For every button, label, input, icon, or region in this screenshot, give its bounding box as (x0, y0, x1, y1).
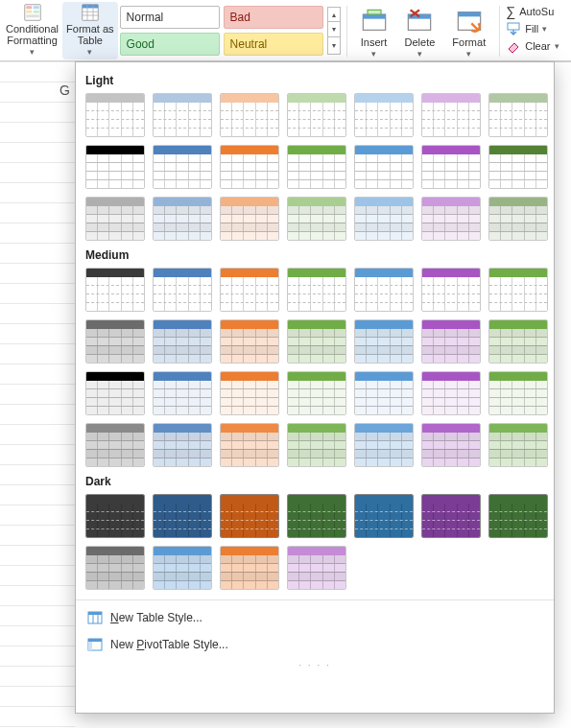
table-style-swatch[interactable] (421, 93, 481, 137)
svg-rect-4 (33, 11, 38, 13)
cell-style-label: Neutral (230, 37, 268, 51)
table-style-swatch[interactable] (220, 494, 279, 538)
chevron-down-icon: ▾ (87, 46, 92, 58)
table-style-swatch[interactable] (354, 494, 414, 538)
table-styles-gallery: Light Medium Dark New Table Style... New… (75, 61, 555, 714)
table-style-swatch[interactable] (354, 93, 414, 137)
table-style-swatch[interactable] (287, 145, 346, 189)
table-style-swatch[interactable] (354, 319, 414, 364)
fill-button[interactable]: Fill ▾ (506, 21, 559, 36)
conditional-formatting-icon (19, 4, 46, 21)
table-style-swatch[interactable] (488, 268, 548, 312)
table-style-swatch[interactable] (488, 197, 548, 241)
clear-button[interactable]: Clear ▾ (506, 38, 559, 54)
table-style-swatch[interactable] (421, 494, 481, 538)
table-style-swatch[interactable] (153, 494, 212, 538)
table-style-swatch[interactable] (354, 268, 414, 312)
table-style-swatch[interactable] (354, 145, 414, 189)
table-style-swatch[interactable] (85, 319, 145, 364)
gallery-grid-dark (83, 492, 546, 592)
gallery-section-dark: Dark (83, 469, 546, 492)
table-style-swatch[interactable] (488, 145, 548, 189)
table-style-swatch[interactable] (153, 423, 212, 467)
table-style-swatch[interactable] (354, 371, 414, 415)
table-style-swatch[interactable] (153, 93, 212, 137)
table-style-swatch[interactable] (287, 93, 346, 137)
table-style-swatch[interactable] (220, 371, 279, 415)
table-style-swatch[interactable] (488, 319, 548, 364)
table-style-swatch[interactable] (421, 319, 481, 364)
svg-rect-20 (458, 12, 480, 17)
format-as-table-icon (77, 4, 104, 21)
table-style-swatch[interactable] (220, 145, 279, 189)
format-button[interactable]: Format ▾ (448, 4, 489, 61)
svg-rect-3 (26, 11, 32, 13)
table-style-swatch[interactable] (85, 268, 145, 312)
table-style-swatch[interactable] (153, 319, 212, 364)
table-style-swatch[interactable] (287, 423, 346, 467)
insert-label: Insert (361, 36, 388, 48)
svg-rect-23 (88, 612, 102, 615)
new-table-style-item[interactable]: New Table Style... (83, 604, 546, 631)
insert-button[interactable]: Insert ▾ (357, 4, 392, 61)
chevron-down-icon: ▾ (555, 41, 559, 51)
table-style-swatch[interactable] (287, 371, 346, 415)
table-style-swatch[interactable] (287, 546, 346, 590)
table-style-swatch[interactable] (488, 423, 548, 467)
chevron-down-icon: ▾ (466, 48, 471, 59)
table-style-swatch[interactable] (153, 371, 212, 415)
separator (346, 6, 347, 57)
table-style-swatch[interactable] (220, 268, 279, 312)
table-style-swatch[interactable] (220, 93, 279, 137)
autosum-button[interactable]: ∑ AutoSu (506, 4, 559, 19)
table-style-swatch[interactable] (85, 546, 145, 590)
table-style-swatch[interactable] (220, 319, 279, 364)
table-style-swatch[interactable] (287, 319, 346, 364)
table-style-swatch[interactable] (220, 546, 279, 590)
table-style-swatch[interactable] (354, 197, 414, 241)
table-style-swatch[interactable] (488, 371, 548, 415)
table-style-swatch[interactable] (421, 197, 481, 241)
table-style-swatch[interactable] (85, 93, 145, 137)
table-style-swatch[interactable] (153, 145, 212, 189)
gallery-section-medium: Medium (83, 243, 546, 266)
new-pivot-style-item[interactable]: New PivotTable Style... (83, 631, 546, 658)
table-style-swatch[interactable] (85, 423, 145, 467)
delete-button[interactable]: Delete ▾ (401, 4, 440, 61)
table-style-swatch[interactable] (421, 145, 481, 189)
scroll-down-button[interactable]: ▾ (327, 22, 341, 37)
table-style-swatch[interactable] (153, 197, 212, 241)
table-style-swatch[interactable] (287, 197, 346, 241)
expand-gallery-button[interactable]: ▾ (327, 37, 341, 55)
resize-grip[interactable]: · · · · (83, 660, 546, 670)
table-style-swatch[interactable] (287, 268, 346, 312)
svg-rect-13 (363, 14, 385, 19)
cell-style-neutral[interactable]: Neutral (224, 33, 323, 56)
table-style-swatch[interactable] (153, 546, 212, 590)
cell-style-normal[interactable]: Normal (120, 6, 220, 29)
table-style-swatch[interactable] (220, 197, 279, 241)
cell-style-bad[interactable]: Bad (224, 6, 323, 29)
table-style-swatch[interactable] (421, 371, 481, 415)
table-style-swatch[interactable] (287, 494, 346, 538)
table-style-swatch[interactable] (85, 145, 145, 189)
table-style-swatch[interactable] (85, 197, 145, 241)
table-style-swatch[interactable] (220, 423, 279, 467)
table-style-swatch[interactable] (85, 371, 145, 415)
conditional-formatting-button[interactable]: Conditional Formatting ▾ (2, 2, 62, 59)
cell-style-good[interactable]: Good (120, 33, 220, 56)
scroll-up-button[interactable]: ▴ (327, 7, 341, 22)
table-style-swatch[interactable] (488, 494, 548, 538)
table-style-swatch[interactable] (488, 93, 548, 137)
format-as-table-button[interactable]: Format as Table ▾ (62, 2, 118, 59)
chevron-down-icon: ▾ (417, 48, 422, 59)
insert-cells-icon (361, 8, 388, 35)
table-style-swatch[interactable] (421, 268, 481, 312)
table-style-swatch[interactable] (85, 494, 145, 538)
table-style-swatch[interactable] (421, 423, 481, 467)
format-cells-icon (456, 8, 483, 35)
new-table-style-label: New Table Style... (110, 611, 202, 624)
table-style-swatch[interactable] (153, 268, 212, 312)
table-style-swatch[interactable] (354, 423, 414, 467)
chevron-down-icon: ▾ (30, 46, 35, 58)
